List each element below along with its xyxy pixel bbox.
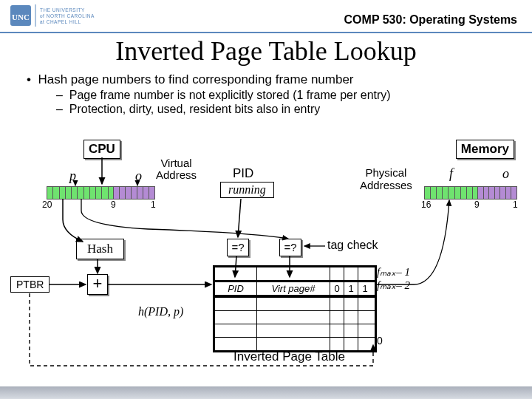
diagram: CPU Memory Virtual Address p o 20 9 1 PI… (0, 129, 532, 395)
virtual-address-label: Virtual Address (156, 157, 197, 181)
running-box: running (220, 182, 274, 198)
eq-box-2: =? (279, 239, 301, 256)
va-p-bits (47, 186, 115, 200)
hash-func-label: h(PID, p) (138, 305, 183, 318)
bullet-2a: Page frame number is not explicitly stor… (69, 89, 391, 101)
va-o-label: o (135, 168, 142, 184)
inverted-page-table: PID Virt page# 011 (213, 265, 377, 352)
pa-o-bits (477, 186, 517, 200)
plus-box: + (87, 274, 108, 295)
svg-line-12 (238, 199, 241, 237)
svg-text:UNC: UNC (12, 13, 30, 21)
fmax-2: fₘₐₓ– 2 (377, 279, 410, 292)
table-caption: Inverted Page Table (233, 349, 345, 364)
ptbr-box: PTBR (10, 276, 50, 293)
va-bit9: 9 (111, 200, 116, 210)
hash-box: Hash (76, 239, 124, 259)
va-bit20: 20 (42, 200, 52, 210)
bullet-2b: Protection, dirty, used, resident bits a… (69, 103, 320, 115)
va-p-label: p (69, 168, 76, 184)
pa-f-label: f (449, 166, 453, 182)
bullet-1: Hash page numbers to find corresponding … (38, 72, 353, 86)
frame-zero: 0 (377, 335, 383, 347)
tbl-pid: PID (215, 282, 256, 295)
pa-bit1: 1 (513, 200, 518, 210)
pa-bit16: 16 (421, 200, 431, 210)
svg-text:THE UNIVERSITY: THE UNIVERSITY (40, 7, 85, 13)
svg-text:at CHAPEL HILL: at CHAPEL HILL (40, 19, 81, 24)
slide-title: Inverted Page Table Lookup (0, 35, 532, 66)
va-bit1: 1 (151, 200, 156, 210)
unc-logo: UNC THE UNIVERSITY of NORTH CAROLINA at … (10, 3, 129, 33)
pid-label: PID (233, 166, 253, 181)
memory-box: Memory (456, 140, 514, 159)
eq-box-1: =? (227, 239, 249, 256)
pa-f-bits (424, 186, 479, 200)
course-label: COMP 530: Operating Systems (344, 13, 517, 27)
fmax-1: fₘₐₓ– 1 (377, 265, 410, 279)
footer-bar (0, 386, 532, 399)
cpu-box: CPU (83, 140, 120, 159)
bullet-list: • Hash page numbers to find correspondin… (27, 72, 391, 117)
pa-o-label: o (502, 166, 509, 182)
tag-check-label: tag check (327, 239, 378, 252)
va-o-bits (113, 186, 155, 200)
svg-text:of NORTH CAROLINA: of NORTH CAROLINA (40, 13, 95, 18)
physical-addresses-label: Physical Addresses (360, 166, 412, 191)
pa-bit9: 9 (474, 200, 480, 210)
tbl-vpn: Virt page# (256, 282, 330, 295)
